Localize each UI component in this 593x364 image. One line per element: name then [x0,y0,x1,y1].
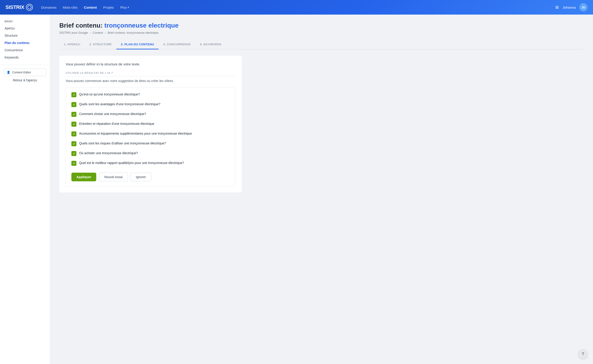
nav-projets[interactable]: Projets [103,6,114,9]
suggestion-item-4: Entretien et réparation d'une tronçonneu… [71,119,230,129]
tab-structure[interactable]: 2. STRUCTURE [85,40,116,49]
suggestion-item-6: Quels sont les risques d'utiliser une tr… [71,139,230,149]
checkbox-2[interactable] [71,102,76,107]
grid-icon[interactable]: ⊞ [555,5,559,10]
breadcrumb-current: Brief contenu: tronçonneuse electrique [108,31,159,34]
sidebar-item-plan[interactable]: Plan du contenu [0,39,50,46]
retry-button[interactable]: Nouvel essai [99,173,128,181]
suggestion-text-1: Qu'est-ce qu'une tronçonneuse électrique… [79,92,140,97]
suggestion-item-5: Accessoires et équipements supplémentair… [71,129,230,139]
sidebar-item-concurrence[interactable]: Concurrence [0,46,50,54]
suggestion-text-7: Où acheter une tronçonneuse électrique? [79,151,138,156]
sidebar-item-structure[interactable]: Structure [0,32,50,39]
action-buttons: Appliquer Nouvel essai Ignorer [71,173,230,181]
breadcrumb-home[interactable]: SISTRIX pour Google [59,31,88,34]
suggestions-box: Qu'est-ce qu'une tronçonneuse électrique… [66,87,235,186]
checkbox-6[interactable] [71,141,76,146]
nav-mots-cles[interactable]: Mots-clés [63,6,78,9]
avatar[interactable]: JD [579,3,587,11]
sidebar-section-label: BRIEF [0,20,50,25]
sidebar-divider [0,65,50,65]
checkbox-8[interactable] [71,161,76,166]
nav-content[interactable]: Content [84,6,97,9]
ia-section-label: UTILISER LE RÉSULTAT DE L'IA ? [66,72,235,76]
sidebar-item-keywords[interactable]: Keywords [0,54,50,61]
suggestion-item-8: Quel est le meilleur rapport qualité/pri… [71,158,230,168]
content-editor-button[interactable]: 👤 Content Editor [4,69,46,76]
layout: BRIEF Aperçu Structure Plan du contenu C… [0,15,593,364]
checkbox-1[interactable] [71,92,76,97]
page-title-keyword: tronçonneuse electrique [104,22,179,29]
tab-plan-du-contenu[interactable]: 3. PLAN DU CONTENU [116,40,159,49]
ignore-button[interactable]: Ignorer [131,173,151,181]
page-title-prefix: Brief contenu: [59,22,104,29]
intro-text: Vous pouvez définir ici la structure de … [66,62,235,66]
suggestion-text-6: Quels sont les risques d'utiliser une tr… [79,141,166,146]
breadcrumb-content[interactable]: Content [93,31,103,34]
sidebar-back-link[interactable]: Retour à l'aperçu [0,76,50,84]
main-content: Brief contenu: tronçonneuse electrique S… [50,15,593,364]
suggestion-text-3: Comment choisir une tronçonneuse électri… [79,112,146,116]
sidebar-item-apercu[interactable]: Aperçu [0,25,50,32]
header-right: ⊞ Johanna JD [555,3,587,11]
checkbox-3[interactable] [71,112,76,117]
logo[interactable]: SISTRIX [6,4,33,11]
sidebar: BRIEF Aperçu Structure Plan du contenu C… [0,15,50,364]
apply-button[interactable]: Appliquer [71,173,96,181]
header-left: SISTRIX Domaines Mots-clés Content Proje… [6,4,129,11]
nav-domaines[interactable]: Domaines [41,6,57,9]
suggestion-text-2: Quels sont les avantages d'une tronçonne… [79,102,160,107]
person-icon: 👤 [7,71,10,74]
header: SISTRIX Domaines Mots-clés Content Proje… [0,0,593,15]
content-area: Vous pouvez définir ici la structure de … [59,56,242,193]
tabs: 1. APERÇU 2. STRUCTURE 3. PLAN DU CONTEN… [59,40,584,49]
suggestion-item-7: Où acheter une tronçonneuse électrique? [71,149,230,158]
suggestion-item-1: Qu'est-ce qu'une tronçonneuse électrique… [71,92,230,99]
chevron-down-icon: ▾ [128,6,129,9]
help-button[interactable]: ? [578,349,587,358]
breadcrumb-sep-2: › [105,31,106,34]
suggestion-item-2: Quels sont les avantages d'une tronçonne… [71,99,230,109]
ia-description: Vous pouvez commencer avec notre suggest… [66,79,235,83]
checkbox-7[interactable] [71,151,76,156]
nav-plus[interactable]: Plus ▾ [120,6,129,9]
logo-text: SISTRIX [6,4,24,10]
breadcrumb-sep-1: › [90,31,91,34]
user-name: Johanna [562,6,576,9]
checkbox-4[interactable] [71,122,76,127]
suggestion-text-5: Accessoires et équipements supplémentair… [79,131,192,136]
suggestion-item-3: Comment choisir une tronçonneuse électri… [71,109,230,119]
tab-apercu[interactable]: 1. APERÇU [59,40,85,49]
tab-concurrence[interactable]: 4. CONCURRENCE [159,40,195,49]
suggestion-text-8: Quel est le meilleur rapport qualité/pri… [79,161,184,165]
checkbox-5[interactable] [71,131,76,136]
page-title: Brief contenu: tronçonneuse electrique [59,22,584,29]
logo-search-icon [26,4,33,11]
content-editor-label: Content Editor [12,71,31,74]
main-nav: Domaines Mots-clés Content Projets Plus … [41,6,129,9]
tab-keywords[interactable]: 5. KEYWORDS [195,40,226,49]
breadcrumb: SISTRIX pour Google › Content › Brief co… [59,31,584,34]
suggestion-text-4: Entretien et réparation d'une tronçonneu… [79,121,155,126]
